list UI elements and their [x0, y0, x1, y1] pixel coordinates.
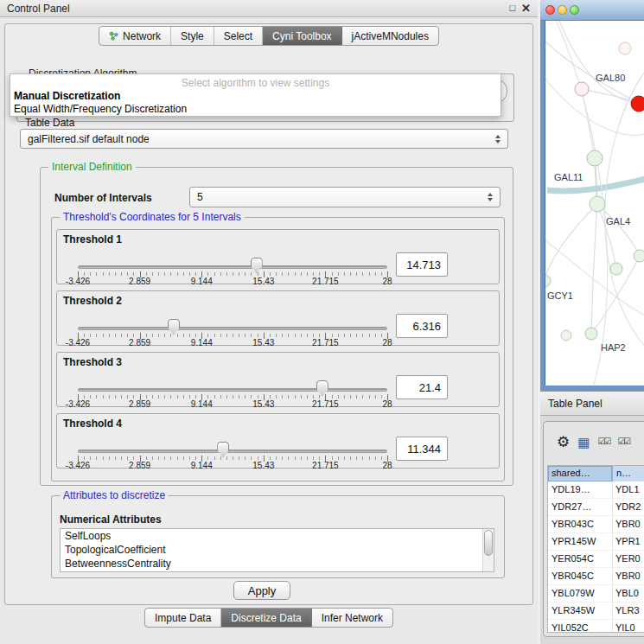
scale-label: -3.426	[66, 399, 90, 409]
tab-label: Select	[224, 30, 252, 42]
slider-thumb[interactable]	[168, 319, 180, 335]
select-all-rows-icon[interactable]: ☑☑	[597, 437, 609, 446]
network-node[interactable]	[545, 275, 551, 287]
tab-select[interactable]: Select	[214, 27, 263, 45]
tab-discretize-data[interactable]: Discretize Data	[221, 609, 311, 627]
float-window-icon[interactable]: □	[509, 3, 515, 13]
apply-button[interactable]: Apply	[233, 581, 290, 600]
network-node[interactable]	[585, 328, 597, 340]
scale-label: 28	[382, 277, 392, 286]
network-node-label: GCY1	[547, 290, 573, 301]
table-row[interactable]: YBR043CYBR0	[548, 516, 644, 533]
attributes-scrollbar[interactable]	[482, 529, 494, 571]
zoom-traffic-icon[interactable]	[570, 5, 579, 15]
table-data-value: galFiltered.sif default node	[28, 133, 150, 145]
network-node[interactable]	[575, 82, 589, 96]
table-row[interactable]: YBR045CYBR0	[548, 568, 644, 585]
tab-label: Network	[123, 30, 161, 42]
cell-name: YLR3	[613, 603, 644, 619]
close-icon[interactable]: ✕	[521, 3, 531, 14]
network-edge[interactable]	[591, 204, 597, 334]
numerical-attributes-list[interactable]: SelfLoopsTopologicalCoefficientBetweenne…	[60, 528, 494, 572]
threshold-value-field[interactable]: 6.316	[396, 314, 448, 338]
network-node-label: GAL11	[554, 172, 583, 182]
network-canvas[interactable]: GAL80GAL11GAL4GCY1HAP2	[545, 21, 644, 386]
scale-label: 15.43	[252, 399, 274, 409]
table-rows: YDL19…YDL1YDR27…YDR2YBR043CYBR0YPR145WYP…	[548, 481, 644, 633]
table-row[interactable]: YLR345WYLR3	[548, 603, 644, 620]
tab-network[interactable]: Network	[99, 27, 171, 45]
scale-label: 9.144	[191, 399, 213, 409]
tab-label: Style	[181, 30, 204, 42]
table-data-combobox[interactable]: galFiltered.sif default node	[20, 129, 508, 149]
table-row[interactable]: YDL19…YDL1	[548, 481, 644, 499]
table-row[interactable]: YDR27…YDR2	[548, 499, 644, 516]
cell-name: YBR0	[613, 568, 644, 584]
cell-shared-name: YPR145W	[548, 533, 613, 550]
attribute-items: SelfLoopsTopologicalCoefficientBetweenne…	[61, 529, 494, 571]
cell-name: YER0	[613, 551, 644, 567]
network-node[interactable]	[610, 263, 622, 275]
tab-cyni-toolbox[interactable]: Cyni Toolbox	[263, 27, 341, 45]
node-table: shared… n… YDL19…YDL1YDR27…YDR2YBR043CYB…	[547, 465, 644, 633]
threshold-slider[interactable]: -3.4262.8599.14415.4321.71528	[78, 247, 387, 285]
num-intervals-spinner[interactable]: 5	[189, 187, 501, 207]
network-node[interactable]	[631, 96, 644, 112]
network-node[interactable]	[590, 196, 605, 212]
column-selector-icon[interactable]: ▦	[577, 436, 590, 449]
slider-track[interactable]	[78, 450, 387, 453]
tab-infer-network[interactable]: Infer Network	[312, 609, 392, 627]
dropdown-option[interactable]: Manual Discretization	[10, 90, 501, 103]
threshold-value-field[interactable]: 14.713	[396, 252, 448, 277]
threshold-label: Threshold 3	[63, 356, 122, 368]
slider-track[interactable]	[78, 388, 387, 392]
threshold-box: Threshold 1-3.4262.8599.14415.4321.71528…	[56, 229, 500, 284]
slider-thumb[interactable]	[251, 258, 263, 273]
table-row[interactable]: YER054CYER0	[548, 551, 644, 568]
threshold-box: Threshold 4-3.4262.8599.14415.4321.71528…	[56, 413, 500, 469]
scale-label: 28	[382, 461, 392, 470]
slider-track[interactable]	[78, 327, 387, 330]
network-edge[interactable]	[545, 204, 597, 281]
cell-shared-name: YBL079W	[548, 585, 613, 602]
tab-style[interactable]: Style	[171, 27, 214, 45]
scale-label: 9.144	[191, 277, 213, 286]
slider-track[interactable]	[78, 265, 387, 269]
table-row[interactable]: YPR145WYPR1	[548, 533, 644, 551]
deselect-all-rows-icon[interactable]: ☑☑	[617, 437, 629, 446]
minimize-traffic-icon[interactable]	[558, 5, 567, 15]
tab-impute-data[interactable]: Impute Data	[145, 609, 221, 627]
tab-jactivemnodules[interactable]: jActiveMNodules	[342, 27, 438, 45]
attribute-item[interactable]: TopologicalCoefficient	[61, 543, 494, 557]
network-node[interactable]	[561, 330, 571, 341]
slider-thumb[interactable]	[217, 442, 229, 457]
table-row[interactable]: YBL079WYBL0	[548, 585, 644, 603]
cell-shared-name: YDL19…	[548, 481, 613, 498]
slider-thumb[interactable]	[316, 380, 328, 396]
threshold-value-field[interactable]: 21.4	[396, 375, 448, 399]
scale-label: -3.426	[66, 338, 90, 348]
attribute-item[interactable]: BetweennessCentrality	[61, 557, 494, 571]
network-node[interactable]	[634, 250, 644, 262]
column-header-shared-name[interactable]: shared…	[548, 466, 613, 481]
attribute-item[interactable]: SelfLoops	[61, 529, 494, 543]
close-traffic-icon[interactable]	[545, 5, 555, 15]
dropdown-option[interactable]: Equal Width/Frequency Discretization	[10, 103, 501, 116]
threshold-box: Threshold 2-3.4262.8599.14415.4321.71528…	[56, 290, 500, 346]
table-row[interactable]: YIL052CYIL0	[548, 620, 644, 633]
scrollbar-thumb[interactable]	[484, 530, 493, 556]
network-edge[interactable]	[545, 73, 644, 135]
threshold-value-field[interactable]: 11.344	[396, 437, 448, 461]
interval-definition-legend: Interval Definition	[48, 161, 136, 173]
settings-gear-icon[interactable]: ⚙	[557, 435, 570, 450]
threshold-slider[interactable]: -3.4262.8599.14415.4321.71528	[78, 370, 387, 408]
column-header-name[interactable]: n…	[613, 466, 644, 481]
threshold-slider[interactable]: -3.4262.8599.14415.4321.71528	[78, 431, 387, 469]
threshold-slider[interactable]: -3.4262.8599.14415.4321.71528	[78, 309, 387, 347]
tab-label: Discretize Data	[231, 612, 301, 624]
network-node[interactable]	[587, 150, 603, 166]
scale-label: 21.715	[312, 461, 339, 470]
table-data-label: Table Data	[25, 117, 74, 129]
slider-scale: -3.4262.8599.14415.4321.71528	[78, 399, 387, 409]
network-node[interactable]	[619, 42, 631, 54]
